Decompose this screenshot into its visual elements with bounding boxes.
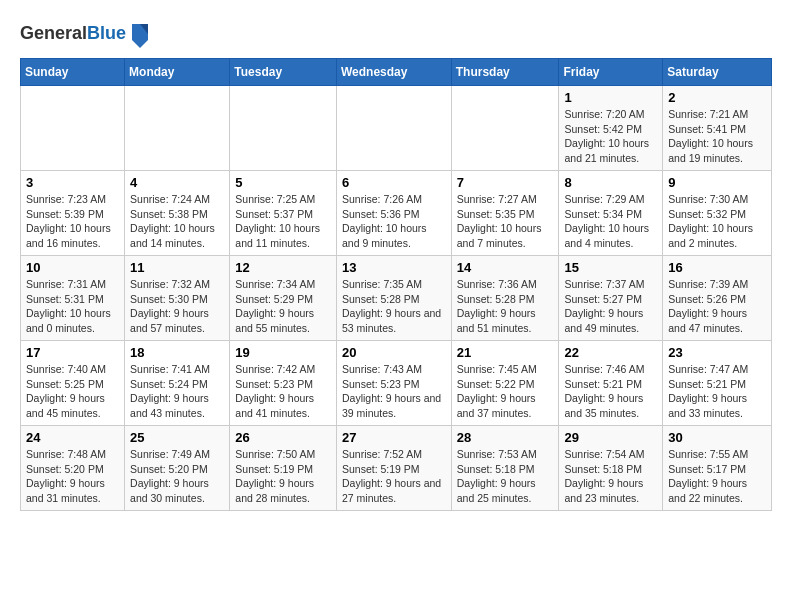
calendar-cell: 6Sunrise: 7:26 AMSunset: 5:36 PMDaylight…: [336, 171, 451, 256]
calendar-cell: [451, 86, 559, 171]
day-number: 3: [26, 175, 119, 190]
day-number: 25: [130, 430, 224, 445]
logo-text: GeneralBlue: [20, 24, 126, 44]
day-number: 5: [235, 175, 331, 190]
week-row-1: 1Sunrise: 7:20 AMSunset: 5:42 PMDaylight…: [21, 86, 772, 171]
day-info: Sunrise: 7:48 AMSunset: 5:20 PMDaylight:…: [26, 447, 119, 506]
day-number: 23: [668, 345, 766, 360]
day-number: 27: [342, 430, 446, 445]
day-info: Sunrise: 7:55 AMSunset: 5:17 PMDaylight:…: [668, 447, 766, 506]
day-info: Sunrise: 7:31 AMSunset: 5:31 PMDaylight:…: [26, 277, 119, 336]
day-info: Sunrise: 7:36 AMSunset: 5:28 PMDaylight:…: [457, 277, 554, 336]
calendar-cell: 19Sunrise: 7:42 AMSunset: 5:23 PMDayligh…: [230, 341, 337, 426]
day-number: 13: [342, 260, 446, 275]
day-number: 2: [668, 90, 766, 105]
day-info: Sunrise: 7:52 AMSunset: 5:19 PMDaylight:…: [342, 447, 446, 506]
weekday-tuesday: Tuesday: [230, 59, 337, 86]
day-number: 14: [457, 260, 554, 275]
day-info: Sunrise: 7:34 AMSunset: 5:29 PMDaylight:…: [235, 277, 331, 336]
calendar-cell: 26Sunrise: 7:50 AMSunset: 5:19 PMDayligh…: [230, 426, 337, 511]
calendar-cell: 23Sunrise: 7:47 AMSunset: 5:21 PMDayligh…: [663, 341, 772, 426]
calendar-cell: 4Sunrise: 7:24 AMSunset: 5:38 PMDaylight…: [125, 171, 230, 256]
calendar-cell: 12Sunrise: 7:34 AMSunset: 5:29 PMDayligh…: [230, 256, 337, 341]
day-info: Sunrise: 7:30 AMSunset: 5:32 PMDaylight:…: [668, 192, 766, 251]
day-info: Sunrise: 7:27 AMSunset: 5:35 PMDaylight:…: [457, 192, 554, 251]
day-info: Sunrise: 7:39 AMSunset: 5:26 PMDaylight:…: [668, 277, 766, 336]
week-row-2: 3Sunrise: 7:23 AMSunset: 5:39 PMDaylight…: [21, 171, 772, 256]
day-number: 22: [564, 345, 657, 360]
day-info: Sunrise: 7:40 AMSunset: 5:25 PMDaylight:…: [26, 362, 119, 421]
weekday-saturday: Saturday: [663, 59, 772, 86]
day-number: 12: [235, 260, 331, 275]
day-info: Sunrise: 7:29 AMSunset: 5:34 PMDaylight:…: [564, 192, 657, 251]
calendar-cell: 28Sunrise: 7:53 AMSunset: 5:18 PMDayligh…: [451, 426, 559, 511]
logo: GeneralBlue: [20, 20, 152, 48]
weekday-monday: Monday: [125, 59, 230, 86]
calendar-cell: 21Sunrise: 7:45 AMSunset: 5:22 PMDayligh…: [451, 341, 559, 426]
calendar-cell: 5Sunrise: 7:25 AMSunset: 5:37 PMDaylight…: [230, 171, 337, 256]
day-number: 29: [564, 430, 657, 445]
calendar-table: SundayMondayTuesdayWednesdayThursdayFrid…: [20, 58, 772, 511]
calendar-cell: [21, 86, 125, 171]
calendar-cell: 16Sunrise: 7:39 AMSunset: 5:26 PMDayligh…: [663, 256, 772, 341]
calendar-cell: 24Sunrise: 7:48 AMSunset: 5:20 PMDayligh…: [21, 426, 125, 511]
day-info: Sunrise: 7:45 AMSunset: 5:22 PMDaylight:…: [457, 362, 554, 421]
day-info: Sunrise: 7:53 AMSunset: 5:18 PMDaylight:…: [457, 447, 554, 506]
day-number: 10: [26, 260, 119, 275]
day-info: Sunrise: 7:42 AMSunset: 5:23 PMDaylight:…: [235, 362, 331, 421]
calendar-cell: [230, 86, 337, 171]
logo-icon: [128, 20, 152, 48]
day-info: Sunrise: 7:41 AMSunset: 5:24 PMDaylight:…: [130, 362, 224, 421]
day-number: 24: [26, 430, 119, 445]
calendar-cell: 7Sunrise: 7:27 AMSunset: 5:35 PMDaylight…: [451, 171, 559, 256]
calendar-cell: 8Sunrise: 7:29 AMSunset: 5:34 PMDaylight…: [559, 171, 663, 256]
day-number: 9: [668, 175, 766, 190]
day-number: 11: [130, 260, 224, 275]
calendar-cell: 15Sunrise: 7:37 AMSunset: 5:27 PMDayligh…: [559, 256, 663, 341]
week-row-5: 24Sunrise: 7:48 AMSunset: 5:20 PMDayligh…: [21, 426, 772, 511]
calendar-cell: 3Sunrise: 7:23 AMSunset: 5:39 PMDaylight…: [21, 171, 125, 256]
header: GeneralBlue: [20, 20, 772, 48]
day-info: Sunrise: 7:47 AMSunset: 5:21 PMDaylight:…: [668, 362, 766, 421]
day-info: Sunrise: 7:32 AMSunset: 5:30 PMDaylight:…: [130, 277, 224, 336]
day-number: 28: [457, 430, 554, 445]
calendar-cell: 1Sunrise: 7:20 AMSunset: 5:42 PMDaylight…: [559, 86, 663, 171]
day-info: Sunrise: 7:43 AMSunset: 5:23 PMDaylight:…: [342, 362, 446, 421]
day-number: 18: [130, 345, 224, 360]
day-info: Sunrise: 7:46 AMSunset: 5:21 PMDaylight:…: [564, 362, 657, 421]
calendar-cell: 29Sunrise: 7:54 AMSunset: 5:18 PMDayligh…: [559, 426, 663, 511]
calendar-cell: 9Sunrise: 7:30 AMSunset: 5:32 PMDaylight…: [663, 171, 772, 256]
calendar-cell: 17Sunrise: 7:40 AMSunset: 5:25 PMDayligh…: [21, 341, 125, 426]
day-number: 4: [130, 175, 224, 190]
day-info: Sunrise: 7:24 AMSunset: 5:38 PMDaylight:…: [130, 192, 224, 251]
calendar-cell: 10Sunrise: 7:31 AMSunset: 5:31 PMDayligh…: [21, 256, 125, 341]
weekday-thursday: Thursday: [451, 59, 559, 86]
weekday-sunday: Sunday: [21, 59, 125, 86]
calendar-cell: 18Sunrise: 7:41 AMSunset: 5:24 PMDayligh…: [125, 341, 230, 426]
day-info: Sunrise: 7:23 AMSunset: 5:39 PMDaylight:…: [26, 192, 119, 251]
day-info: Sunrise: 7:37 AMSunset: 5:27 PMDaylight:…: [564, 277, 657, 336]
calendar-cell: 27Sunrise: 7:52 AMSunset: 5:19 PMDayligh…: [336, 426, 451, 511]
calendar-cell: 11Sunrise: 7:32 AMSunset: 5:30 PMDayligh…: [125, 256, 230, 341]
day-number: 30: [668, 430, 766, 445]
day-number: 1: [564, 90, 657, 105]
day-number: 21: [457, 345, 554, 360]
calendar-cell: 13Sunrise: 7:35 AMSunset: 5:28 PMDayligh…: [336, 256, 451, 341]
calendar-cell: [125, 86, 230, 171]
day-info: Sunrise: 7:26 AMSunset: 5:36 PMDaylight:…: [342, 192, 446, 251]
weekday-header-row: SundayMondayTuesdayWednesdayThursdayFrid…: [21, 59, 772, 86]
calendar-cell: 2Sunrise: 7:21 AMSunset: 5:41 PMDaylight…: [663, 86, 772, 171]
weekday-wednesday: Wednesday: [336, 59, 451, 86]
day-number: 17: [26, 345, 119, 360]
day-number: 8: [564, 175, 657, 190]
day-number: 20: [342, 345, 446, 360]
day-info: Sunrise: 7:49 AMSunset: 5:20 PMDaylight:…: [130, 447, 224, 506]
calendar-cell: 20Sunrise: 7:43 AMSunset: 5:23 PMDayligh…: [336, 341, 451, 426]
day-info: Sunrise: 7:50 AMSunset: 5:19 PMDaylight:…: [235, 447, 331, 506]
day-number: 6: [342, 175, 446, 190]
day-info: Sunrise: 7:54 AMSunset: 5:18 PMDaylight:…: [564, 447, 657, 506]
day-number: 26: [235, 430, 331, 445]
week-row-3: 10Sunrise: 7:31 AMSunset: 5:31 PMDayligh…: [21, 256, 772, 341]
day-info: Sunrise: 7:20 AMSunset: 5:42 PMDaylight:…: [564, 107, 657, 166]
calendar-cell: 30Sunrise: 7:55 AMSunset: 5:17 PMDayligh…: [663, 426, 772, 511]
